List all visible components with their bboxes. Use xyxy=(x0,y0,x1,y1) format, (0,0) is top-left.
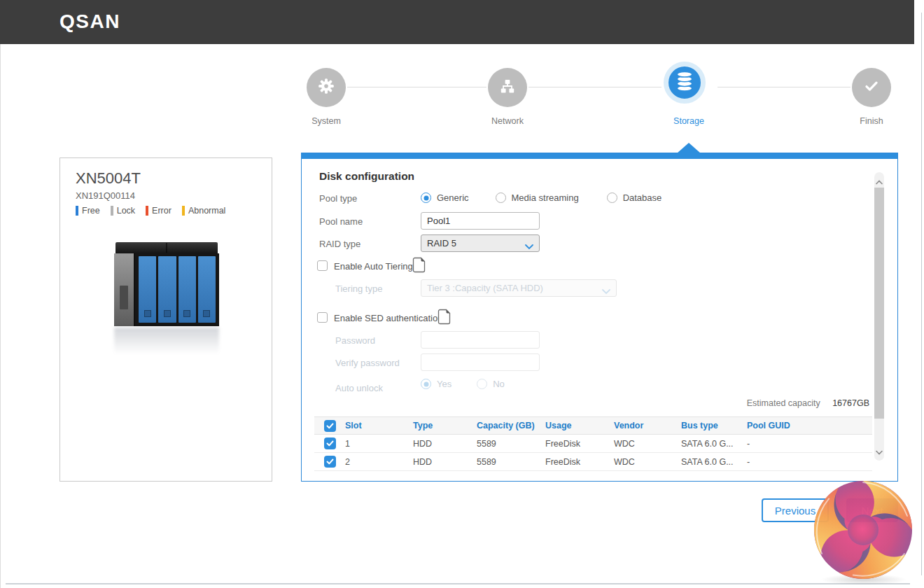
legend-error: Error xyxy=(146,206,172,216)
app-header: QSAN xyxy=(0,0,914,44)
drive-bay-2 xyxy=(158,256,176,323)
table-row[interactable]: 2 HDD 5589 FreeDisk WDC SATA 6.0 G... - xyxy=(314,453,872,471)
scrollbar-line xyxy=(921,13,922,575)
active-step-pointer xyxy=(677,143,701,153)
step-connector xyxy=(718,87,850,88)
pool-type-media-label: Media streaming xyxy=(512,192,579,203)
chevron-down-icon xyxy=(525,241,533,252)
radio-database[interactable] xyxy=(607,192,617,203)
col-usage[interactable]: Usage xyxy=(545,421,614,430)
verify-password-label: Verify password xyxy=(335,358,400,368)
legend-lock-swatch xyxy=(111,206,113,216)
step-finish-label: Finish xyxy=(860,116,883,126)
qsan-logo: QSAN xyxy=(59,10,120,33)
raid-type-select[interactable]: RAID 5 xyxy=(421,234,540,252)
cell-type: HDD xyxy=(413,457,477,467)
raid-type-value: RAID 5 xyxy=(427,238,456,248)
page: QSAN System xyxy=(0,0,924,588)
auto-tiering-label: Enable Auto Tiering xyxy=(334,261,413,272)
radio-generic[interactable] xyxy=(421,192,431,203)
auto-tiering-checkbox[interactable] xyxy=(317,260,328,271)
sed-auth-checkbox[interactable] xyxy=(317,312,328,323)
cell-capacity: 5589 xyxy=(477,439,545,449)
col-bus-type[interactable]: Bus type xyxy=(681,421,747,430)
pool-name-label: Pool name xyxy=(319,216,363,227)
verify-password-input xyxy=(421,354,540,371)
cell-usage: FreeDisk xyxy=(545,457,614,467)
kitguru-swirl-logo xyxy=(811,477,916,582)
drive-bay-4 xyxy=(198,256,216,323)
nas-drive-bays xyxy=(135,253,219,326)
step-system-label: System xyxy=(312,116,341,126)
table-row[interactable]: 1 HDD 5589 FreeDisk WDC SATA 6.0 G... - xyxy=(314,435,872,453)
legend-lock: Lock xyxy=(111,206,135,216)
step-storage[interactable] xyxy=(664,62,706,104)
check-icon xyxy=(862,77,881,98)
step-network[interactable] xyxy=(488,68,527,107)
step-connector xyxy=(347,87,486,88)
legend-abnormal-label: Abnormal xyxy=(188,206,226,216)
legend-lock-label: Lock xyxy=(117,206,135,216)
cell-bus-type: SATA 6.0 G... xyxy=(681,439,747,449)
pool-name-input[interactable] xyxy=(421,212,540,230)
legend-free: Free xyxy=(76,206,100,216)
disk-table-header: Slot Type Capacity (GB) Usage Vendor Bus… xyxy=(314,416,872,435)
radio-media-streaming[interactable] xyxy=(496,192,506,203)
tiering-type-select: Tier 3 :Capacity (SATA HDD) xyxy=(421,279,617,297)
legend-free-swatch xyxy=(76,206,78,216)
col-capacity[interactable]: Capacity (GB) xyxy=(477,421,545,430)
cell-pool-guid: - xyxy=(747,439,872,449)
estimated-capacity-value: 16767GB xyxy=(832,398,869,408)
drive-bay-1 xyxy=(139,256,156,323)
device-model: XN5004T xyxy=(76,169,141,188)
scrollbar-thumb[interactable] xyxy=(874,188,884,419)
nas-top-face xyxy=(115,242,218,253)
device-serial: XN191Q00114 xyxy=(76,190,135,201)
auto-unlock-radio-group: Yes No xyxy=(421,379,505,389)
password-input xyxy=(421,331,540,349)
panel-scrollbar[interactable] xyxy=(874,172,884,461)
row-checkbox[interactable] xyxy=(324,438,336,449)
pool-type-database-label: Database xyxy=(623,192,662,203)
step-storage-label: Storage xyxy=(673,116,704,126)
chevron-down-icon xyxy=(602,286,610,297)
storage-stack-icon xyxy=(675,71,694,94)
document-info-icon[interactable] xyxy=(438,309,451,328)
cell-usage: FreeDisk xyxy=(545,439,614,449)
row-checkbox[interactable] xyxy=(324,456,336,468)
legend-free-label: Free xyxy=(82,206,100,216)
browser-horizontal-scrollbar[interactable] xyxy=(6,583,910,584)
sed-auth-label: Enable SED authentication xyxy=(334,313,442,323)
scroll-down-icon[interactable] xyxy=(876,445,883,458)
col-pool-guid[interactable]: Pool GUID xyxy=(747,421,872,430)
browser-vertical-scrollbar[interactable] xyxy=(914,0,924,588)
pool-type-media-streaming[interactable]: Media streaming xyxy=(496,192,579,203)
auto-unlock-label: Auto unlock xyxy=(335,383,383,393)
select-all-checkbox[interactable] xyxy=(324,420,336,432)
disk-table: Slot Type Capacity (GB) Usage Vendor Bus… xyxy=(314,416,872,471)
step-system[interactable] xyxy=(307,68,346,107)
pool-type-database[interactable]: Database xyxy=(607,192,662,203)
cell-bus-type: SATA 6.0 G... xyxy=(681,457,747,467)
panel-accent-bar xyxy=(302,153,897,159)
nas-top-seam xyxy=(166,243,167,253)
device-card: XN5004T XN191Q00114 Free Lock Error Abno… xyxy=(59,158,272,482)
estimated-capacity: Estimated capacity 16767GB xyxy=(747,398,869,408)
legend-abnormal-swatch xyxy=(182,206,185,216)
nas-power-area xyxy=(120,286,128,309)
document-info-icon[interactable] xyxy=(412,257,426,276)
pool-type-generic[interactable]: Generic xyxy=(421,192,469,203)
legend-error-swatch xyxy=(146,206,148,216)
pool-type-label: Pool type xyxy=(319,193,357,204)
col-slot[interactable]: Slot xyxy=(345,421,413,430)
col-vendor[interactable]: Vendor xyxy=(614,421,681,430)
network-icon xyxy=(499,78,516,97)
nas-side-panel xyxy=(114,253,135,326)
cell-slot: 2 xyxy=(345,457,413,467)
pool-type-radio-group: Generic Media streaming Database xyxy=(421,192,662,203)
step-network-label: Network xyxy=(491,116,524,126)
cell-type: HDD xyxy=(413,439,477,449)
scroll-up-icon[interactable] xyxy=(876,175,883,188)
step-finish[interactable] xyxy=(852,68,891,107)
col-type[interactable]: Type xyxy=(413,421,477,430)
